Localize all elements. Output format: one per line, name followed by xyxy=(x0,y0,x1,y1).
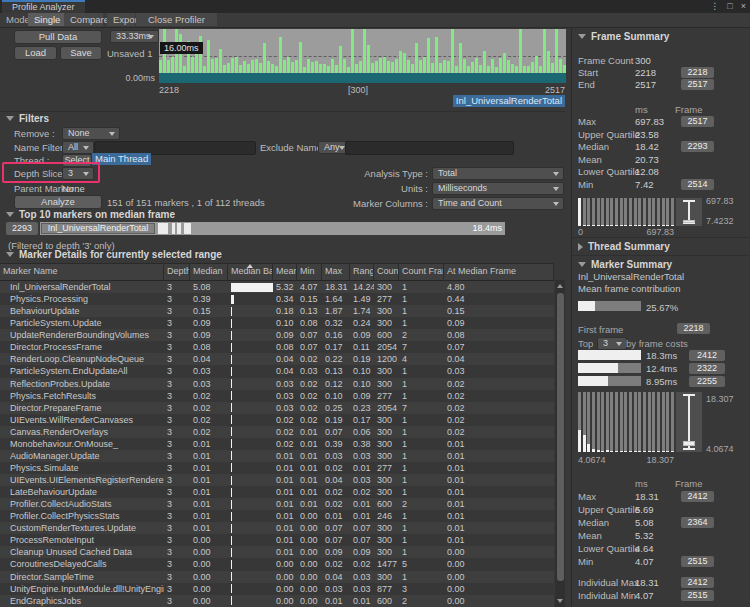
frame-summary-header[interactable]: Frame Summary xyxy=(578,31,669,42)
remove-dropdown[interactable]: None xyxy=(62,127,120,140)
marker-details-section-header[interactable]: Marker Details for currently selected ra… xyxy=(6,249,222,260)
timeline-bar xyxy=(411,64,414,73)
timeline-bar xyxy=(223,65,226,73)
table-row[interactable]: Director.SampleTime30.000.000.000.040.03… xyxy=(0,571,554,583)
column-header-depth[interactable]: Depth xyxy=(164,264,190,280)
value-cell: 0.39 xyxy=(322,438,350,450)
frame-jump-button[interactable]: 2293 xyxy=(681,141,714,152)
marker-columns-dropdown[interactable]: Time and Count xyxy=(432,197,564,210)
table-row[interactable]: Monobehaviour.OnMouse_30.010.020.010.390… xyxy=(0,438,554,450)
column-header-median-bar[interactable]: Median Bar xyxy=(228,264,273,280)
name-filter-mode-dropdown[interactable]: All xyxy=(62,141,94,154)
table-row[interactable]: LateBehaviourUpdate30.010.010.010.020.02… xyxy=(0,486,554,498)
frame-jump-button[interactable]: 2515 xyxy=(681,590,714,601)
table-row[interactable]: Canvas.RenderOverlays30.020.020.010.070.… xyxy=(0,426,554,438)
table-row[interactable]: Cleanup Unused Cached Data30.000.010.000… xyxy=(0,546,554,558)
close-profiler-window-button[interactable]: Close Profiler Window xyxy=(136,13,217,26)
top10-section-header[interactable]: Top 10 markers on median frame xyxy=(6,209,175,220)
thread-summary-header[interactable]: Thread Summary xyxy=(578,241,670,252)
table-row[interactable]: Physics.Processing30.390.340.151.641.492… xyxy=(0,293,554,305)
table-row[interactable]: RenderLoop.CleanupNodeQueue30.040.040.02… xyxy=(0,353,554,365)
kebab-menu-icon[interactable]: ⋮ xyxy=(710,1,719,11)
filters-section-header[interactable]: Filters xyxy=(6,113,49,124)
table-row[interactable]: UpdateRendererBoundingVolumes30.090.090.… xyxy=(0,329,554,341)
histogram-fill xyxy=(606,225,609,226)
table-row[interactable]: Director.ProcessFrame30.080.080.070.170.… xyxy=(0,341,554,353)
column-header-count[interactable]: Count xyxy=(374,264,399,280)
frame-jump-button[interactable]: 2517 xyxy=(681,79,714,90)
save-button[interactable]: Save xyxy=(60,46,102,60)
column-header-marker-name[interactable]: Marker Name xyxy=(0,264,164,280)
top10-frame-button[interactable]: 2293 xyxy=(6,222,38,235)
column-header-max[interactable]: Max xyxy=(322,264,350,280)
frame-jump-button[interactable]: 2218 xyxy=(681,67,714,78)
table-row[interactable]: Profiler.CollectPhysicsStats30.010.010.0… xyxy=(0,510,554,522)
column-header-at-median-frame[interactable]: At Median Frame xyxy=(444,264,554,280)
frame-jump-button[interactable]: 2364 xyxy=(681,517,714,528)
table-row[interactable]: CustomRenderTextures.Update30.010.010.00… xyxy=(0,522,554,534)
frame-timeline-chart[interactable]: 16.00ms xyxy=(159,29,566,83)
top10-marker-bar[interactable]: Inl_UniversalRenderTotal 18.4ms xyxy=(40,222,505,235)
column-header-mean[interactable]: Mean xyxy=(273,264,297,280)
table-row[interactable]: UIEvents.UIElementsRegisterRenderers30.0… xyxy=(0,474,554,486)
value-cell: 0.08 xyxy=(297,317,322,329)
table-row[interactable]: ProcessRemoteInput30.000.010.000.070.073… xyxy=(0,534,554,546)
frame-time-histogram[interactable] xyxy=(578,198,674,226)
table-row[interactable]: Profiler.CollectAudioStats30.010.010.010… xyxy=(0,498,554,510)
marker-time-histogram[interactable] xyxy=(578,392,674,452)
table-row[interactable]: ParticleSystem.EndUpdateAll30.030.040.03… xyxy=(0,365,554,377)
table-row[interactable]: BehaviourUpdate30.150.180.131.871.743001… xyxy=(0,305,554,317)
analyze-button[interactable]: Analyze xyxy=(14,195,102,209)
frame-jump-button[interactable]: 2517 xyxy=(681,116,714,127)
frame-time-scale-dropdown[interactable]: 33.33ms xyxy=(110,30,159,43)
marker-summary-header[interactable]: Marker Summary xyxy=(578,259,672,270)
pull-data-button[interactable]: Pull Data xyxy=(14,30,102,44)
top-n-dropdown[interactable]: 3 xyxy=(597,337,627,350)
exclude-names-input[interactable] xyxy=(345,141,514,155)
table-row[interactable]: Physics.Simulate30.010.010.010.020.01277… xyxy=(0,462,554,474)
cost-bar-fill xyxy=(578,350,641,360)
scrollbar-thumb[interactable] xyxy=(557,293,564,581)
maximize-icon[interactable]: □ xyxy=(727,1,732,11)
scroll-down-icon[interactable] xyxy=(557,599,563,603)
table-row[interactable]: UIEvents.WillRenderCanvases30.020.020.02… xyxy=(0,414,554,426)
load-button[interactable]: Load xyxy=(14,46,57,60)
close-icon[interactable]: × xyxy=(741,1,746,11)
mode-compare-button[interactable]: Compare xyxy=(64,13,103,26)
mode-single-button[interactable]: Single xyxy=(28,13,64,26)
foldout-open-icon xyxy=(6,116,14,121)
table-row[interactable]: Director.PrepareFrame30.020.030.020.250.… xyxy=(0,402,554,414)
frame-jump-button[interactable]: 2322 xyxy=(689,363,725,374)
table-scrollbar[interactable] xyxy=(555,280,565,607)
table-row[interactable]: Inl_UniversalRenderTotal35.085.324.0718.… xyxy=(0,281,554,293)
first-frame-button[interactable]: 2218 xyxy=(677,323,710,334)
frame-jump-button[interactable]: 2515 xyxy=(681,556,714,567)
column-header-range[interactable]: Range xyxy=(350,264,374,280)
frame-jump-button[interactable]: 2412 xyxy=(681,491,714,502)
histogram-fill xyxy=(634,225,637,226)
units-dropdown[interactable]: Milliseconds xyxy=(432,182,564,195)
table-row[interactable]: AudioManager.Update30.010.010.010.030.03… xyxy=(0,450,554,462)
timeline-bar xyxy=(543,29,546,73)
frame-jump-button[interactable]: 2514 xyxy=(681,179,714,190)
table-row[interactable]: UnityEngine.InputModule.dll!UnityEngineI… xyxy=(0,583,554,595)
column-header-median[interactable]: Median xyxy=(190,264,228,280)
thread-value-chip[interactable]: Main Thread xyxy=(92,153,151,165)
value-cell: 0.01 xyxy=(297,498,322,510)
top10-first-segment[interactable]: Inl_UniversalRenderTotal xyxy=(41,223,155,234)
table-row[interactable]: ParticleSystem.Update30.090.100.080.320.… xyxy=(0,317,554,329)
table-row[interactable]: EndGraphicsJobs30.000.000.000.010.016002… xyxy=(0,595,554,607)
table-row[interactable]: ReflectionProbes.Update30.030.030.020.12… xyxy=(0,378,554,390)
frame-jump-button[interactable]: 2255 xyxy=(689,376,725,387)
column-header-min[interactable]: Min xyxy=(297,264,322,280)
timeline-selected-marker-chip[interactable]: Inl_UniversalRenderTotal xyxy=(453,95,565,107)
tab-profile-analyzer[interactable]: Profile Analyzer xyxy=(2,0,85,13)
table-row[interactable]: CoroutinesDelayedCalls30.000.000.000.020… xyxy=(0,558,554,570)
analysis-type-dropdown[interactable]: Total xyxy=(432,167,564,180)
export-button[interactable]: Export xyxy=(107,13,135,26)
frame-jump-button[interactable]: 2412 xyxy=(681,577,714,588)
frame-jump-button[interactable]: 2412 xyxy=(689,350,725,361)
column-header-count-frame[interactable]: Count Frame xyxy=(399,264,444,280)
table-row[interactable]: Physics.FetchResults30.020.030.020.100.0… xyxy=(0,390,554,402)
scroll-up-icon[interactable] xyxy=(557,284,563,288)
